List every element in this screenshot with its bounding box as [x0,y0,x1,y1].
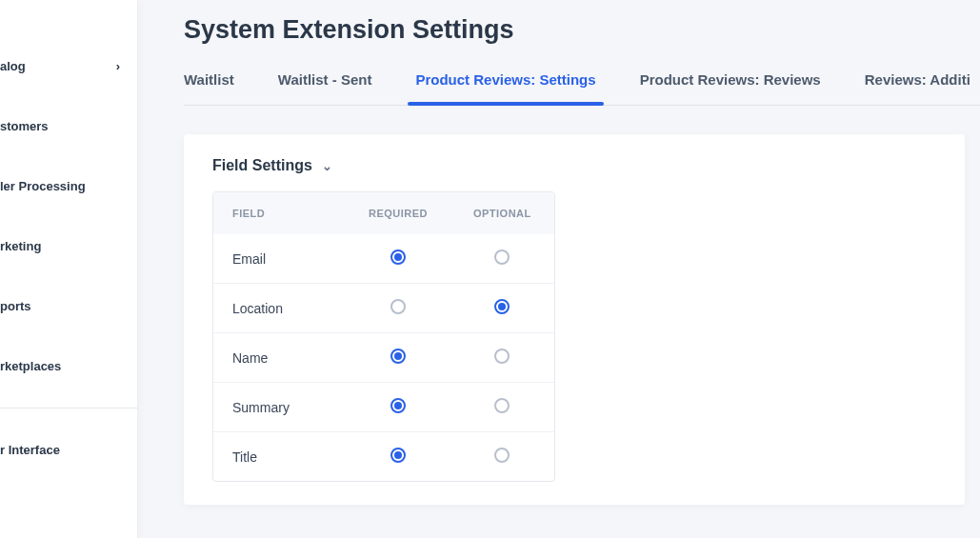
tab-product-reviews-settings[interactable]: Product Reviews: Settings [415,71,595,105]
radio-required[interactable] [390,349,406,364]
sidebar-item-label: rketing [0,239,41,253]
field-label: Summary [213,400,346,415]
tabs: Waitlist Waitlist - Sent Product Reviews… [184,71,980,106]
radio-required[interactable] [390,299,406,314]
col-header-optional: Optional [450,208,554,219]
panel-title: Field Settings [212,157,312,174]
field-label: Location [213,301,346,316]
sidebar: alog › stomers ler Processing rketing po… [0,0,138,538]
sidebar-divider [0,408,137,408]
sidebar-item-label: ler Processing [0,179,86,193]
field-label: Name [213,350,346,366]
sidebar-item-label: rketplaces [0,359,61,373]
main-content: System Extension Settings Waitlist Waitl… [138,0,980,538]
radio-optional[interactable] [494,349,510,364]
chevron-right-icon: › [116,59,120,73]
tab-reviews-additional[interactable]: Reviews: Additi [865,71,970,105]
settings-panel: Field Settings ⌄ Field Required Optional… [184,134,965,505]
field-settings-table: Field Required Optional Email Location N… [212,191,555,482]
field-label: Email [213,251,346,267]
radio-optional[interactable] [494,299,510,314]
page-title: System Extension Settings [184,15,980,45]
col-header-field: Field [213,208,346,219]
panel-header-toggle[interactable]: Field Settings ⌄ [212,157,936,174]
sidebar-item-label: alog [0,59,26,73]
field-label: Title [213,449,346,465]
chevron-down-icon: ⌄ [322,159,332,173]
sidebar-item-catalog[interactable]: alog › [0,48,137,85]
tab-waitlist[interactable]: Waitlist [184,71,234,105]
table-header: Field Required Optional [213,192,554,234]
radio-optional[interactable] [494,448,510,463]
sidebar-item-reports[interactable]: ports [0,288,137,325]
sidebar-item-customers[interactable]: stomers [0,108,137,145]
sidebar-item-marketplaces[interactable]: rketplaces [0,348,137,385]
table-row: Email [213,234,554,283]
sidebar-item-marketing[interactable]: rketing [0,228,137,265]
table-row: Title [213,431,554,481]
sidebar-item-label: r Interface [0,443,60,457]
radio-required[interactable] [390,249,406,265]
sidebar-item-label: ports [0,299,31,313]
radio-optional[interactable] [494,249,510,265]
col-header-required: Required [346,208,450,219]
sidebar-item-label: stomers [0,119,49,133]
table-row: Location [213,283,554,332]
tab-product-reviews-reviews[interactable]: Product Reviews: Reviews [640,71,821,105]
radio-required[interactable] [390,398,406,413]
sidebar-item-user-interface[interactable]: r Interface [0,431,137,468]
radio-required[interactable] [390,448,406,463]
tab-waitlist-sent[interactable]: Waitlist - Sent [278,71,372,105]
table-row: Name [213,332,554,382]
table-row: Summary [213,382,554,431]
radio-optional[interactable] [494,398,510,413]
sidebar-item-order-processing[interactable]: ler Processing [0,168,137,205]
